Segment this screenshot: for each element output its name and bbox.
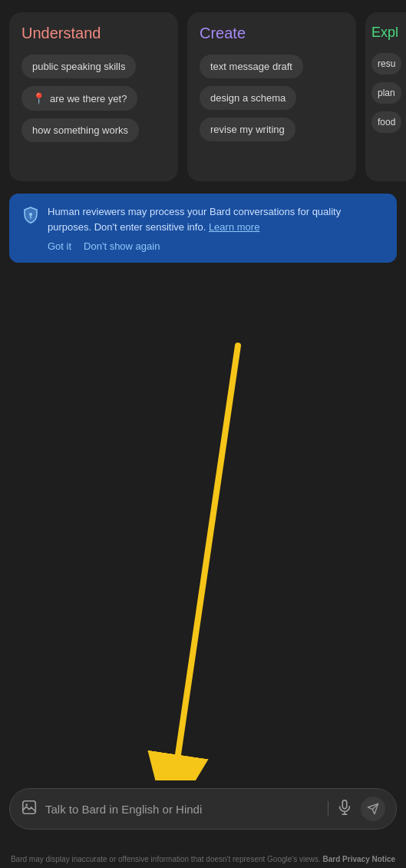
chip-label: text message draft: [210, 61, 292, 72]
chip-label: revise my writing: [210, 124, 285, 135]
banner-text: Human reviewers may process your Bard co…: [48, 204, 385, 234]
chip-how-something-works[interactable]: how something works: [21, 118, 139, 142]
disclaimer-text: Bard may display inaccurate or offensive…: [11, 855, 321, 863]
svg-point-5: [25, 803, 28, 806]
input-row: [9, 788, 397, 830]
chip-label: how something works: [32, 124, 128, 136]
chip-revise-writing[interactable]: revise my writing: [200, 118, 295, 141]
input-divider: [328, 801, 328, 817]
learn-more-link[interactable]: Learn more: [209, 221, 259, 233]
create-card: Create text message draft design a schem…: [187, 12, 356, 181]
svg-rect-6: [342, 800, 347, 809]
send-icon: [367, 803, 379, 815]
chip-public-speaking[interactable]: public speaking skills: [21, 55, 136, 78]
understand-card: Understand public speaking skills 📍 are …: [9, 12, 178, 181]
create-chips: text message draft design a schema revis…: [200, 55, 344, 149]
send-button[interactable]: [361, 797, 385, 821]
cards-row: Understand public speaking skills 📍 are …: [0, 0, 406, 190]
create-title: Create: [200, 25, 344, 42]
location-emoji: 📍: [32, 92, 45, 104]
chip-design-schema[interactable]: design a schema: [200, 86, 296, 110]
explore-chips: resu plan food: [371, 53, 406, 141]
banner-actions: Got it Don't show again: [21, 240, 385, 252]
microphone-icon[interactable]: [336, 799, 353, 819]
svg-rect-4: [23, 801, 36, 814]
info-banner: Human reviewers may process your Bard co…: [9, 194, 397, 263]
gallery-icon[interactable]: [21, 799, 38, 819]
chip-text-message[interactable]: text message draft: [200, 55, 303, 78]
understand-title: Understand: [21, 25, 166, 42]
chip-are-we-there[interactable]: 📍 are we there yet?: [21, 86, 137, 111]
chip-label: plan: [378, 88, 395, 98]
explore-title: Expl: [371, 25, 406, 41]
chip-resume[interactable]: resu: [371, 53, 401, 75]
directional-arrow: [0, 284, 406, 822]
chip-label: food: [378, 117, 395, 128]
chip-label: public speaking skills: [32, 61, 125, 72]
got-it-button[interactable]: Got it: [48, 240, 71, 252]
explore-card: Expl resu plan food: [365, 12, 406, 181]
chat-input[interactable]: [45, 803, 320, 816]
chip-plan[interactable]: plan: [371, 82, 401, 104]
dont-show-button[interactable]: Don't show again: [84, 240, 160, 252]
chip-food[interactable]: food: [371, 111, 401, 133]
chip-label: resu: [378, 58, 395, 69]
disclaimer: Bard may display inaccurate or offensive…: [0, 855, 406, 863]
understand-chips: public speaking skills 📍 are we there ye…: [21, 55, 166, 150]
privacy-notice-link[interactable]: Bard Privacy Notice: [323, 855, 396, 863]
banner-top: Human reviewers may process your Bard co…: [21, 204, 385, 234]
chip-label: are we there yet?: [50, 93, 127, 104]
svg-line-3: [173, 346, 238, 791]
shield-icon: [21, 206, 40, 224]
arrow-container: [0, 284, 406, 822]
chip-label: design a schema: [210, 92, 286, 104]
